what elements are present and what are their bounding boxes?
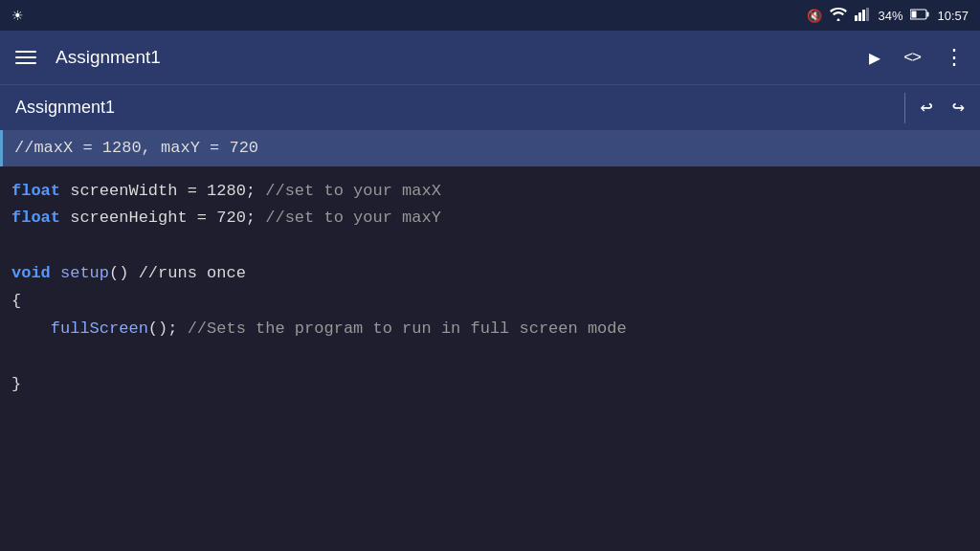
svg-rect-5: [927, 11, 929, 16]
status-bar: ☀ 🔇 34% 10:57: [0, 0, 980, 31]
svg-rect-3: [866, 8, 869, 21]
highlighted-line: //maxX = 1280, maxY = 720: [0, 130, 980, 166]
kw-float-2: float: [11, 209, 60, 227]
line3-rest: () //runs once: [109, 264, 246, 282]
code-line-1: float screenWidth = 1280; //set to your …: [11, 178, 969, 206]
line2-comment: //set to your maxY: [256, 209, 441, 227]
code-view-button[interactable]: <>: [903, 48, 921, 67]
secondary-title: Assignment1: [15, 98, 889, 118]
time-display: 10:57: [937, 9, 969, 23]
line1-comment: //set to your maxX: [256, 182, 441, 200]
code-editor[interactable]: //maxX = 1280, maxY = 720 float screenWi…: [0, 130, 980, 551]
status-bar-right: 🔇 34% 10:57: [807, 8, 969, 24]
wifi-icon: [830, 8, 847, 24]
code-line-4: {: [11, 288, 969, 316]
line1-rest: screenWidth = 1280;: [60, 182, 256, 200]
battery-icon: [910, 9, 929, 23]
code-line-blank-2: [11, 343, 969, 371]
line2-rest: screenHeight = 720;: [60, 209, 256, 227]
highlighted-line-text: //maxX = 1280, maxY = 720: [14, 139, 258, 157]
redo-button[interactable]: ↪: [952, 95, 965, 121]
signal-icon: [855, 8, 870, 24]
svg-rect-6: [912, 11, 917, 17]
fn-fullscreen: fullScreen: [51, 320, 148, 338]
code-line-2: float screenHeight = 720; //set to your …: [11, 205, 969, 232]
svg-rect-0: [855, 15, 858, 21]
code-line-5: fullScreen(); //Sets the program to run …: [11, 316, 969, 343]
indent: [11, 320, 51, 338]
fn-setup: setup: [60, 264, 109, 282]
line5-rest: ();: [148, 320, 178, 338]
code-line-6: }: [11, 371, 969, 399]
svg-rect-2: [862, 10, 865, 21]
line3-space: [51, 264, 60, 282]
battery-text: 34%: [878, 9, 902, 23]
play-button[interactable]: [869, 46, 880, 70]
sun-icon: ☀: [11, 8, 24, 23]
menu-button[interactable]: [15, 51, 36, 64]
app-bar-actions: <>: [869, 45, 965, 71]
code-line-3: void setup() //runs once: [11, 260, 969, 288]
main-content: //maxX = 1280, maxY = 720 float screenWi…: [0, 130, 980, 551]
secondary-bar: Assignment1 ↩ ↪: [0, 84, 980, 130]
undo-button[interactable]: ↩: [921, 95, 933, 121]
mute-icon: 🔇: [807, 9, 822, 23]
kw-float-1: float: [11, 182, 60, 200]
undo-redo-controls: ↩ ↪: [921, 95, 966, 121]
kw-void: void: [11, 264, 51, 282]
close-brace: }: [11, 375, 21, 393]
more-options-button[interactable]: [944, 45, 965, 71]
secondary-divider: [904, 93, 905, 123]
app-bar: Assignment1 <>: [0, 31, 980, 84]
svg-rect-1: [858, 12, 861, 21]
status-bar-left: ☀: [11, 8, 24, 23]
line5-comment: //Sets the program to run in full screen…: [177, 320, 626, 338]
code-block: float screenWidth = 1280; //set to your …: [0, 166, 980, 410]
code-line-blank-1: [11, 232, 969, 260]
open-brace: {: [11, 292, 21, 310]
app-bar-title: Assignment1: [56, 47, 869, 68]
